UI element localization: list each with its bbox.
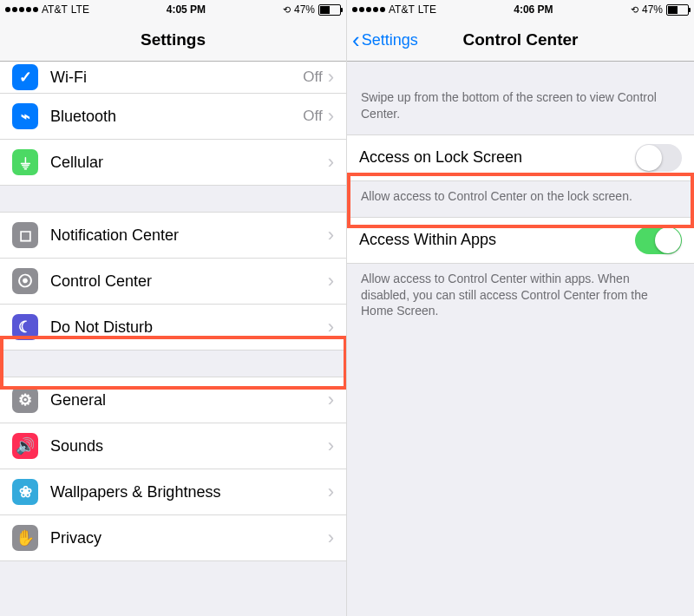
carrier-label: AT&T <box>389 3 415 16</box>
control-center-screen: AT&T LTE 4:06 PM ⟲ 47% ‹ Settings Contro… <box>347 0 694 616</box>
chevron-right-icon: › <box>328 527 334 549</box>
row-do-not-disturb[interactable]: ☾ Do Not Disturb › <box>0 305 346 351</box>
chevron-right-icon: › <box>328 270 334 292</box>
nav-bar: Settings <box>0 19 346 62</box>
row-label: Access on Lock Screen <box>359 148 635 167</box>
control-center-settings: Swipe up from the bottom of the screen t… <box>347 62 694 616</box>
bluetooth-icon: ⌁ <box>12 103 38 129</box>
notification-center-icon: ◻ <box>12 222 38 248</box>
settings-list[interactable]: ✓ Wi-Fi Off › ⌁ Bluetooth Off › ⏚ Cellul… <box>0 62 346 616</box>
row-control-center[interactable]: ⦿ Control Center › <box>0 259 346 305</box>
page-title: Control Center <box>463 30 579 49</box>
row-label: Sounds <box>50 437 328 455</box>
row-label: Bluetooth <box>50 108 303 126</box>
wifi-icon: ✓ <box>12 64 38 90</box>
row-cellular[interactable]: ⏚ Cellular › <box>0 140 346 186</box>
status-bar: AT&T LTE 4:05 PM ⟲ 47% <box>0 0 346 19</box>
chevron-right-icon: › <box>328 66 334 88</box>
chevron-right-icon: › <box>328 105 334 128</box>
clock-label: 4:06 PM <box>514 3 553 16</box>
clock-label: 4:05 PM <box>167 3 206 16</box>
chevron-right-icon: › <box>328 224 334 246</box>
network-label: LTE <box>71 3 89 16</box>
row-label: General <box>50 391 328 410</box>
row-privacy[interactable]: ✋ Privacy › <box>0 515 346 561</box>
wallpapers-icon: ❀ <box>12 479 38 505</box>
chevron-right-icon: › <box>328 316 334 338</box>
network-label: LTE <box>418 3 436 16</box>
row-access-within-apps[interactable]: Access Within Apps <box>347 217 694 264</box>
back-button[interactable]: ‹ Settings <box>352 19 418 61</box>
section-hint: Swipe up from the bottom of the screen t… <box>347 62 694 134</box>
orientation-lock-icon: ⟲ <box>631 4 638 16</box>
signal-dots-icon <box>5 7 38 12</box>
row-label: Do Not Disturb <box>50 318 328 337</box>
chevron-right-icon: › <box>328 481 334 503</box>
row-label: Access Within Apps <box>359 231 635 249</box>
page-title: Settings <box>141 30 206 49</box>
do-not-disturb-icon: ☾ <box>12 314 38 340</box>
battery-icon <box>666 4 689 16</box>
signal-dots-icon <box>352 7 385 12</box>
row-sounds[interactable]: 🔊 Sounds › <box>0 423 346 469</box>
cellular-icon: ⏚ <box>12 149 38 175</box>
sounds-icon: 🔊 <box>12 433 38 459</box>
section-footer: Allow access to Control Center within ap… <box>347 264 694 332</box>
switch-access-within-apps[interactable] <box>635 226 682 254</box>
chevron-right-icon: › <box>328 151 334 174</box>
status-bar: AT&T LTE 4:06 PM ⟲ 47% <box>347 0 694 19</box>
battery-icon <box>318 4 341 16</box>
row-label: Control Center <box>50 272 328 291</box>
switch-access-lock-screen[interactable] <box>635 144 682 172</box>
row-wifi[interactable]: ✓ Wi-Fi Off › <box>0 62 346 94</box>
battery-percent: 47% <box>294 3 315 16</box>
row-wallpapers-brightness[interactable]: ❀ Wallpapers & Brightness › <box>0 469 346 515</box>
carrier-label: AT&T <box>42 3 68 16</box>
settings-screen: AT&T LTE 4:05 PM ⟲ 47% Settings ✓ Wi-Fi … <box>0 0 347 616</box>
row-value: Off <box>303 69 322 86</box>
row-bluetooth[interactable]: ⌁ Bluetooth Off › <box>0 94 346 140</box>
row-notification-center[interactable]: ◻ Notification Center › <box>0 212 346 259</box>
back-label: Settings <box>362 31 418 49</box>
row-access-lock-screen[interactable]: Access on Lock Screen <box>347 134 694 181</box>
row-label: Privacy <box>50 529 328 547</box>
row-general[interactable]: ⚙ General › <box>0 377 346 423</box>
nav-bar: ‹ Settings Control Center <box>347 19 694 62</box>
row-label: Notification Center <box>50 226 328 245</box>
battery-percent: 47% <box>642 3 663 16</box>
row-value: Off <box>303 108 322 125</box>
row-label: Wi-Fi <box>50 69 303 87</box>
privacy-icon: ✋ <box>12 525 38 551</box>
chevron-left-icon: ‹ <box>352 29 360 51</box>
control-center-icon: ⦿ <box>12 268 38 294</box>
general-icon: ⚙ <box>12 387 38 413</box>
row-label: Cellular <box>50 154 328 172</box>
section-footer: Allow access to Control Center on the lo… <box>347 181 694 217</box>
chevron-right-icon: › <box>328 435 334 457</box>
row-label: Wallpapers & Brightness <box>50 483 328 501</box>
chevron-right-icon: › <box>328 389 334 411</box>
orientation-lock-icon: ⟲ <box>283 4 291 16</box>
